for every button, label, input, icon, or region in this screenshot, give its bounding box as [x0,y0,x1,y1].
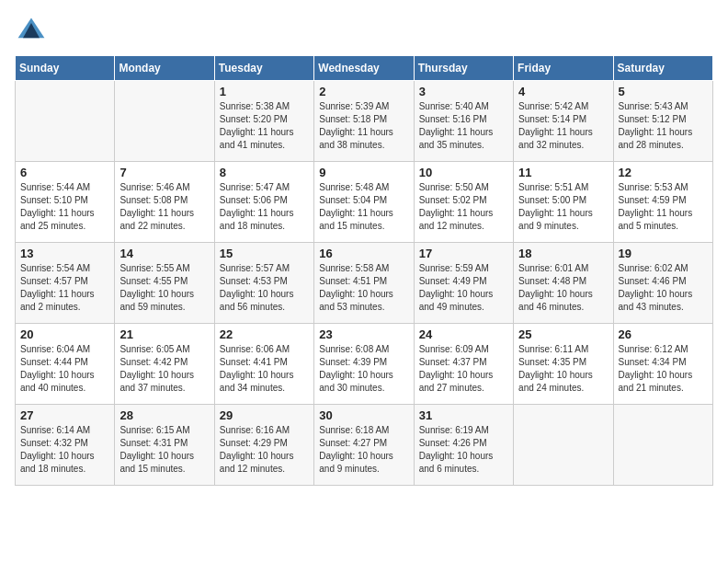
day-info: Sunrise: 5:40 AM Sunset: 5:16 PM Dayligh… [419,100,508,152]
day-number: 25 [518,327,608,341]
day-info: Sunrise: 5:55 AM Sunset: 4:55 PM Dayligh… [119,262,209,314]
day-info: Sunrise: 5:43 AM Sunset: 5:12 PM Dayligh… [619,100,708,152]
day-info: Sunrise: 6:06 AM Sunset: 4:41 PM Dayligh… [220,343,309,395]
day-number: 14 [119,247,209,260]
calendar-cell: 7Sunrise: 5:46 AM Sunset: 5:08 PM Daylig… [115,162,214,243]
day-number: 16 [319,247,408,260]
day-info: Sunrise: 5:58 AM Sunset: 4:51 PM Dayligh… [319,262,408,314]
day-number: 18 [518,247,608,260]
calendar-week-2: 6Sunrise: 5:44 AM Sunset: 5:10 PM Daylig… [16,162,713,243]
day-number: 6 [20,166,109,179]
calendar-cell [115,81,214,162]
day-number: 13 [20,247,109,260]
day-number: 2 [319,85,408,98]
calendar-cell: 21Sunrise: 6:05 AM Sunset: 4:42 PM Dayli… [115,324,214,405]
day-number: 23 [319,327,408,341]
day-number: 22 [220,327,309,341]
calendar-cell: 22Sunrise: 6:06 AM Sunset: 4:41 PM Dayli… [214,324,313,405]
calendar-cell: 10Sunrise: 5:50 AM Sunset: 5:02 PM Dayli… [414,162,513,243]
day-number: 12 [619,166,708,179]
page-header [15,15,713,48]
calendar-cell: 16Sunrise: 5:58 AM Sunset: 4:51 PM Dayli… [314,243,414,324]
day-number: 27 [20,408,109,422]
day-number: 15 [220,247,309,260]
calendar-cell: 2Sunrise: 5:39 AM Sunset: 5:18 PM Daylig… [314,81,414,162]
logo [15,15,51,48]
day-number: 17 [419,247,508,260]
calendar-week-4: 20Sunrise: 6:04 AM Sunset: 4:44 PM Dayli… [16,324,713,405]
day-info: Sunrise: 5:53 AM Sunset: 4:59 PM Dayligh… [619,181,708,233]
day-number: 31 [419,408,508,422]
day-info: Sunrise: 6:19 AM Sunset: 4:26 PM Dayligh… [419,424,508,476]
day-number: 11 [518,166,608,179]
day-number: 4 [518,85,608,98]
day-info: Sunrise: 6:05 AM Sunset: 4:42 PM Dayligh… [119,343,209,395]
day-number: 7 [119,166,209,179]
weekday-header-thursday: Thursday [414,56,513,81]
calendar-cell: 4Sunrise: 5:42 AM Sunset: 5:14 PM Daylig… [514,81,613,162]
weekday-header-friday: Friday [514,56,613,81]
day-info: Sunrise: 6:11 AM Sunset: 4:35 PM Dayligh… [518,343,608,395]
calendar-cell: 9Sunrise: 5:48 AM Sunset: 5:04 PM Daylig… [314,162,414,243]
calendar-cell: 30Sunrise: 6:18 AM Sunset: 4:27 PM Dayli… [314,405,414,486]
day-info: Sunrise: 5:39 AM Sunset: 5:18 PM Dayligh… [319,100,408,152]
day-info: Sunrise: 5:54 AM Sunset: 4:57 PM Dayligh… [20,262,109,314]
day-info: Sunrise: 5:47 AM Sunset: 5:06 PM Dayligh… [220,181,309,233]
calendar-cell: 5Sunrise: 5:43 AM Sunset: 5:12 PM Daylig… [613,81,712,162]
day-number: 20 [20,327,109,341]
weekday-header-tuesday: Tuesday [214,56,313,81]
calendar-week-3: 13Sunrise: 5:54 AM Sunset: 4:57 PM Dayli… [16,243,713,324]
day-number: 3 [419,85,508,98]
weekday-header-sunday: Sunday [16,56,115,81]
day-info: Sunrise: 6:15 AM Sunset: 4:31 PM Dayligh… [119,424,209,476]
day-info: Sunrise: 6:14 AM Sunset: 4:32 PM Dayligh… [20,424,109,476]
day-number: 1 [220,85,309,98]
calendar-cell: 12Sunrise: 5:53 AM Sunset: 4:59 PM Dayli… [613,162,712,243]
calendar-week-1: 1Sunrise: 5:38 AM Sunset: 5:20 PM Daylig… [16,81,713,162]
calendar-cell: 17Sunrise: 5:59 AM Sunset: 4:49 PM Dayli… [414,243,513,324]
day-info: Sunrise: 6:02 AM Sunset: 4:46 PM Dayligh… [619,262,708,314]
weekday-header-monday: Monday [115,56,214,81]
day-number: 8 [220,166,309,179]
calendar-cell: 14Sunrise: 5:55 AM Sunset: 4:55 PM Dayli… [115,243,214,324]
day-info: Sunrise: 5:48 AM Sunset: 5:04 PM Dayligh… [319,181,408,233]
calendar-cell: 11Sunrise: 5:51 AM Sunset: 5:00 PM Dayli… [514,162,613,243]
day-number: 5 [619,85,708,98]
day-info: Sunrise: 5:46 AM Sunset: 5:08 PM Dayligh… [119,181,209,233]
calendar-cell: 27Sunrise: 6:14 AM Sunset: 4:32 PM Dayli… [16,405,115,486]
day-number: 29 [220,408,309,422]
calendar-cell: 6Sunrise: 5:44 AM Sunset: 5:10 PM Daylig… [16,162,115,243]
day-info: Sunrise: 6:08 AM Sunset: 4:39 PM Dayligh… [319,343,408,395]
day-info: Sunrise: 6:18 AM Sunset: 4:27 PM Dayligh… [319,424,408,476]
calendar-cell: 18Sunrise: 6:01 AM Sunset: 4:48 PM Dayli… [514,243,613,324]
weekday-header-wednesday: Wednesday [314,56,414,81]
calendar-cell: 19Sunrise: 6:02 AM Sunset: 4:46 PM Dayli… [613,243,712,324]
day-info: Sunrise: 5:44 AM Sunset: 5:10 PM Dayligh… [20,181,109,233]
day-info: Sunrise: 5:42 AM Sunset: 5:14 PM Dayligh… [518,100,608,152]
logo-icon [15,15,48,48]
calendar-cell: 3Sunrise: 5:40 AM Sunset: 5:16 PM Daylig… [414,81,513,162]
calendar-cell: 25Sunrise: 6:11 AM Sunset: 4:35 PM Dayli… [514,324,613,405]
calendar-cell: 28Sunrise: 6:15 AM Sunset: 4:31 PM Dayli… [115,405,214,486]
day-info: Sunrise: 5:59 AM Sunset: 4:49 PM Dayligh… [419,262,508,314]
day-info: Sunrise: 5:51 AM Sunset: 5:00 PM Dayligh… [518,181,608,233]
calendar-cell [16,81,115,162]
day-info: Sunrise: 5:57 AM Sunset: 4:53 PM Dayligh… [220,262,309,314]
calendar-cell: 23Sunrise: 6:08 AM Sunset: 4:39 PM Dayli… [314,324,414,405]
calendar-week-5: 27Sunrise: 6:14 AM Sunset: 4:32 PM Dayli… [16,405,713,486]
day-info: Sunrise: 5:38 AM Sunset: 5:20 PM Dayligh… [220,100,309,152]
calendar-cell: 29Sunrise: 6:16 AM Sunset: 4:29 PM Dayli… [214,405,313,486]
day-number: 10 [419,166,508,179]
calendar-cell [613,405,712,486]
calendar-cell: 15Sunrise: 5:57 AM Sunset: 4:53 PM Dayli… [214,243,313,324]
day-number: 19 [619,247,708,260]
calendar-cell [514,405,613,486]
day-info: Sunrise: 6:09 AM Sunset: 4:37 PM Dayligh… [419,343,508,395]
day-number: 9 [319,166,408,179]
calendar-cell: 13Sunrise: 5:54 AM Sunset: 4:57 PM Dayli… [16,243,115,324]
day-info: Sunrise: 6:16 AM Sunset: 4:29 PM Dayligh… [220,424,309,476]
calendar-cell: 31Sunrise: 6:19 AM Sunset: 4:26 PM Dayli… [414,405,513,486]
calendar-cell: 26Sunrise: 6:12 AM Sunset: 4:34 PM Dayli… [613,324,712,405]
calendar-cell: 24Sunrise: 6:09 AM Sunset: 4:37 PM Dayli… [414,324,513,405]
weekday-header-saturday: Saturday [613,56,712,81]
